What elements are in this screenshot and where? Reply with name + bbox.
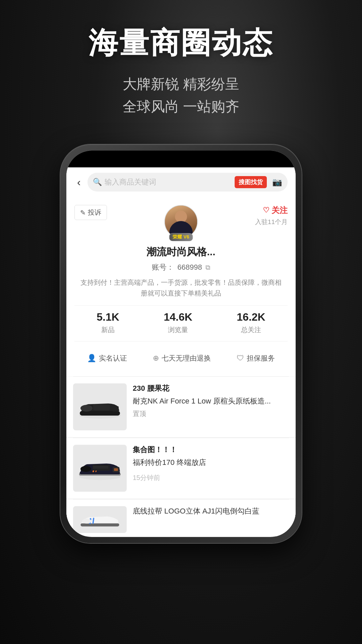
shoe-svg-3 [78, 508, 122, 531]
trust-label-identity: 实名认证 [99, 354, 127, 363]
join-time: 入驻11个月 [255, 218, 288, 226]
profile-name: 潮流时尚风格... [74, 245, 288, 259]
complain-label: 投诉 [88, 208, 101, 217]
profile-section: ✎ 投诉 荣耀 V6 [66, 197, 296, 376]
trust-item-return: ⊕ 七天无理由退换 [153, 354, 211, 363]
bottom-product-preview[interactable]: 底线拉帮 LOGO立体 AJ1闪电倒勾白蓝 [66, 499, 296, 536]
svg-rect-1 [80, 411, 120, 416]
phone-screen: ‹ 🔍 输入商品关键词 搜图找货 📷 ✎ [66, 151, 296, 537]
hero-subtitle-line1: 大牌新锐 精彩纷呈 [88, 73, 274, 95]
return-icon: ⊕ [153, 354, 159, 363]
product-image-1 [73, 383, 127, 430]
profile-top: ✎ 投诉 荣耀 V6 [74, 205, 288, 238]
follow-label: 关注 [272, 205, 288, 216]
svg-point-5 [80, 405, 93, 412]
stat-label-follows: 总关注 [241, 325, 261, 334]
svg-point-16 [82, 519, 92, 524]
shield-icon: 🛡 [237, 354, 244, 363]
notch [151, 154, 211, 164]
image-search-label: 搜图找货 [239, 178, 263, 186]
trust-row: 👤 实名认证 ⊕ 七天无理由退换 🛡 担保服务 [74, 348, 288, 368]
search-icon: 🔍 [93, 178, 102, 186]
svg-rect-15 [80, 523, 119, 526]
phone-frame: ‹ 🔍 输入商品关键词 搜图找货 📷 ✎ [60, 145, 302, 543]
hero-section: 海量商圈动态 大牌新锐 精彩纷呈 全球风尚 一站购齐 [88, 27, 274, 118]
shoe-svg-2 [76, 451, 123, 485]
copy-icon[interactable]: ⧉ [205, 264, 210, 271]
svg-rect-14 [114, 468, 118, 471]
follow-button[interactable]: ♡ 关注 [263, 205, 288, 216]
follow-icon: ♡ [263, 206, 269, 215]
phone-mockup: ‹ 🔍 输入商品关键词 搜图找货 📷 ✎ [60, 145, 302, 543]
product-image-3 [73, 506, 127, 533]
product-item-2[interactable]: 集合图！！！ 福利特价170 终端放店 15分钟前 [66, 438, 296, 498]
hero-title: 海量商圈动态 [88, 27, 274, 59]
complain-icon: ✎ [80, 209, 86, 217]
page-content: 海量商圈动态 大牌新锐 精彩纷呈 全球风尚 一站购齐 ‹ 🔍 输入商品关键词 [0, 0, 362, 543]
stat-label-new: 新品 [101, 325, 115, 334]
product-name-2: 福利特价170 终端放店 [133, 458, 289, 468]
search-placeholder: 输入商品关键词 [105, 177, 232, 187]
hero-subtitle: 大牌新锐 精彩纷呈 全球风尚 一站购齐 [88, 73, 274, 118]
search-input-container[interactable]: 🔍 输入商品关键词 搜图找货 📷 [87, 173, 288, 192]
follow-section: ♡ 关注 入驻11个月 [255, 205, 288, 226]
product-name-3: 底线拉帮 LOGO立体 AJ1闪电倒勾白蓝 [133, 506, 289, 517]
account-label: 账号： [152, 262, 174, 272]
product-info-3: 底线拉帮 LOGO立体 AJ1闪电倒勾白蓝 [133, 506, 289, 517]
pinned-tag-1: 置顶 [133, 409, 289, 418]
product-image-2 [73, 445, 127, 492]
back-button[interactable]: ‹ [74, 175, 83, 190]
product-info-2: 集合图！！！ 福利特价170 终端放店 15分钟前 [133, 445, 289, 482]
trust-item-guarantee: 🛡 担保服务 [237, 354, 275, 363]
product-price-2: 集合图！！！ [133, 445, 289, 455]
identity-icon: 👤 [87, 354, 96, 363]
svg-rect-7 [113, 406, 119, 412]
profile-id-row: 账号： 668998 ⧉ [74, 262, 288, 272]
stat-number-new: 5.1K [97, 311, 119, 323]
stat-item-follows: 16.2K 总关注 [237, 311, 265, 334]
badge-tag: 荣耀 V6 [169, 233, 193, 241]
trust-label-guarantee: 担保服务 [247, 354, 275, 363]
image-search-button[interactable]: 搜图找货 [235, 176, 267, 188]
product-item[interactable]: 230 腰果花 耐克NK Air Force 1 Low 原楦头原纸板造... … [66, 377, 296, 437]
search-bar: ‹ 🔍 输入商品关键词 搜图找货 📷 [66, 167, 296, 197]
svg-point-11 [80, 466, 91, 472]
product-price-1: 230 腰果花 [133, 383, 289, 393]
stats-row: 5.1K 新品 14.6K 浏览量 16.2K 总关注 [74, 305, 288, 341]
notch-bar [66, 151, 296, 167]
product-info-1: 230 腰果花 耐克NK Air Force 1 Low 原楦头原纸板造... … [133, 383, 289, 418]
trust-item-identity: 👤 实名认证 [87, 354, 127, 363]
stat-item-views: 14.6K 浏览量 [164, 311, 192, 334]
camera-icon[interactable]: 📷 [272, 177, 282, 187]
shoe-svg-1 [76, 390, 123, 424]
profile-center: 荣耀 V6 [164, 205, 198, 238]
stat-label-views: 浏览量 [168, 325, 188, 334]
profile-description: 支持到付！主营高端产品，一手货源，批发零售！品质保障，微商相册就可以直接下单精美… [74, 277, 288, 299]
stat-number-follows: 16.2K [237, 311, 265, 323]
product-list: 230 腰果花 耐克NK Air Force 1 Low 原楦头原纸板造... … [66, 377, 296, 536]
svg-rect-6 [93, 404, 110, 410]
product-time-2: 15分钟前 [133, 473, 289, 482]
product-name-1: 耐克NK Air Force 1 Low 原楦头原纸板造... [133, 396, 289, 407]
account-id: 668998 [177, 263, 202, 272]
avatar-wrapper: 荣耀 V6 [164, 205, 198, 238]
complain-button[interactable]: ✎ 投诉 [74, 205, 107, 220]
trust-label-return: 七天无理由退换 [162, 354, 211, 363]
stat-number-views: 14.6K [164, 311, 192, 323]
hero-subtitle-line2: 全球风尚 一站购齐 [88, 95, 274, 118]
svg-rect-12 [93, 465, 110, 471]
stat-item-new: 5.1K 新品 [97, 311, 119, 334]
